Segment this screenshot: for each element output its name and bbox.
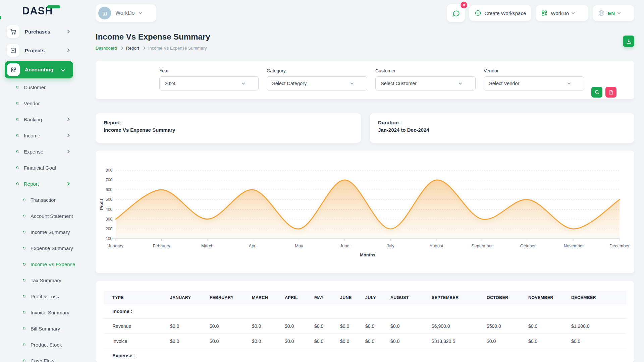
bullet-icon: [15, 166, 20, 170]
workspace-name: WorkDo: [115, 10, 135, 16]
sidebar-item-expense-summary[interactable]: Expense Summary: [0, 240, 78, 256]
sidebar-item-expense[interactable]: Expense: [0, 143, 78, 160]
bullet-icon: [22, 343, 26, 347]
workspace-switcher[interactable]: WorkDo: [96, 4, 156, 22]
sidebar-item-accounting[interactable]: Accounting: [5, 61, 73, 78]
year-select[interactable]: 2024: [159, 76, 259, 90]
section-row-income: Income :: [104, 304, 626, 318]
section-row-expense: Expense :: [104, 349, 626, 362]
sidebar-item-income[interactable]: Income: [0, 127, 78, 143]
workdo-menu-label: WorkDo: [551, 10, 569, 16]
language-selector[interactable]: EN: [593, 5, 634, 21]
breadcrumb-dashboard[interactable]: Dashboard: [96, 46, 117, 51]
download-icon: [626, 39, 632, 44]
sidebar-item-cash-flow[interactable]: Cash Flow: [0, 353, 78, 362]
chevron-right-icon: [66, 133, 69, 137]
sidebar-item-vendor[interactable]: Vendor: [0, 95, 78, 111]
svg-text:October: October: [520, 243, 536, 248]
sidebar-item-income-summary[interactable]: Income Summary: [0, 224, 78, 240]
chevron-down-icon: [459, 81, 462, 85]
bullet-icon: [22, 294, 26, 299]
sidebar-item-profit-loss[interactable]: Profit & Loss: [0, 288, 78, 304]
message-count-badge: 0: [461, 2, 467, 8]
reset-filter-button[interactable]: [605, 87, 616, 98]
svg-text:100: 100: [106, 236, 112, 241]
bullet-icon: [22, 326, 26, 331]
column-header-july: JULY: [365, 291, 390, 304]
svg-text:January: January: [108, 243, 124, 248]
breadcrumb: Dashboard Report Income Vs Expense Summa…: [96, 46, 210, 51]
chevron-down-icon: [351, 81, 354, 85]
chevron-down-icon: [618, 11, 621, 14]
sidebar-item-income-vs-expense[interactable]: Income Vs Expense: [0, 256, 78, 272]
customer-label: Customer: [375, 68, 476, 73]
logo-dash-accent: [47, 5, 60, 8]
sidebar-item-account-statement[interactable]: Account Statement: [0, 208, 78, 224]
sidebar-item-purchases[interactable]: Purchases: [0, 22, 78, 41]
sidebar-item-report[interactable]: Report: [0, 176, 78, 192]
sidebar-item-financial-goal[interactable]: Financial Goal: [0, 160, 78, 176]
chevron-down-icon: [61, 68, 65, 71]
vendor-select[interactable]: Select Vendor: [484, 76, 584, 90]
chevron-down-icon: [139, 11, 142, 14]
topbar: WorkDo 0 Create Workspace: [96, 0, 634, 23]
income-expense-table: TYPEJANUARYFEBRUARYMARCHAPRILMAYJUNEJULY…: [104, 291, 626, 362]
bullet-icon: [15, 101, 20, 106]
column-header-april: APRIL: [285, 291, 314, 304]
grid-plus-icon: [7, 63, 20, 76]
category-select[interactable]: Select Category: [267, 76, 367, 90]
report-summary-card: Report : Income Vs Expense Summary: [96, 113, 361, 143]
svg-text:February: February: [153, 243, 170, 248]
download-report-button[interactable]: [623, 36, 634, 47]
search-icon: [594, 89, 600, 95]
messages-button[interactable]: 0: [447, 4, 465, 22]
income-expense-table-card: TYPEJANUARYFEBRUARYMARCHAPRILMAYJUNEJULY…: [96, 281, 634, 362]
customer-select[interactable]: Select Customer: [375, 76, 476, 90]
sidebar-item-transaction[interactable]: Transaction: [0, 192, 78, 208]
svg-text:Profit: Profit: [99, 199, 104, 210]
chevron-right-icon: [66, 29, 69, 33]
bullet-icon: [22, 278, 26, 283]
sidebar-item-product-stock[interactable]: Product Stock: [0, 337, 78, 353]
bullet-icon: [22, 310, 26, 315]
sidebar-item-projects[interactable]: Projects: [0, 41, 78, 60]
bullet-icon: [22, 359, 26, 362]
bullet-icon: [15, 133, 20, 138]
plus-circle-icon: [475, 10, 481, 16]
filter-panel: Year 2024 Category Select Category Custo…: [96, 61, 634, 99]
sidebar-item-invoice-summary[interactable]: Invoice Summary: [0, 304, 78, 320]
sidebar-item-bill-summary[interactable]: Bill Summary: [0, 320, 78, 337]
svg-text:June: June: [340, 243, 350, 248]
column-header-august: AUGUST: [390, 291, 432, 304]
chevron-down-icon: [242, 81, 245, 85]
workspace-avatar: [98, 7, 111, 19]
year-label: Year: [159, 68, 259, 73]
chevron-down-icon: [568, 81, 571, 85]
svg-text:500: 500: [106, 197, 112, 202]
column-header-october: OCTOBER: [487, 291, 528, 304]
svg-text:Months: Months: [360, 252, 375, 257]
breadcrumb-report[interactable]: Report: [126, 46, 139, 51]
svg-text:300: 300: [106, 217, 112, 222]
chart-svg: 800700600500400300200100JanuaryFebruaryM…: [96, 150, 634, 273]
clear-filter-icon: [608, 90, 613, 95]
svg-text:200: 200: [106, 227, 112, 231]
svg-text:November: November: [564, 243, 584, 248]
table-row-revenue: Revenue$0.0$0.0$0.0$0.0$0.0$0.0$0.0$0.0$…: [104, 318, 626, 334]
page-title: Income Vs Expense Summary: [96, 32, 210, 42]
sidebar-item-customer[interactable]: Customer: [0, 79, 78, 95]
apply-filter-button[interactable]: [591, 87, 602, 98]
app-logo[interactable]: DASH: [0, 0, 78, 22]
grid-plus-icon: [541, 10, 548, 16]
svg-text:September: September: [472, 243, 493, 248]
workdo-menu-button[interactable]: WorkDo: [536, 5, 588, 21]
bullet-icon: [15, 182, 20, 186]
chevron-down-icon: [572, 11, 575, 14]
bullet-icon: [22, 262, 26, 266]
svg-text:April: April: [249, 243, 258, 248]
svg-text:July: July: [387, 243, 395, 248]
create-workspace-button[interactable]: Create Workspace: [469, 5, 531, 21]
sidebar-nav: PurchasesProjectsAccountingCustomerVendo…: [0, 22, 78, 362]
sidebar-item-tax-summary[interactable]: Tax Summary: [0, 272, 78, 288]
sidebar-item-banking[interactable]: Banking: [0, 111, 78, 127]
